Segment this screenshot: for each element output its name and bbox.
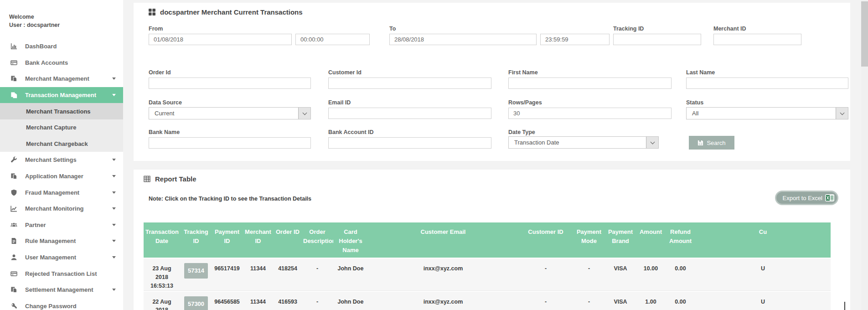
tracking-id-button[interactable]: 57300 <box>184 296 208 310</box>
column-header: Payment Brand <box>605 222 636 258</box>
sidebar-item-label: User Management <box>25 254 112 261</box>
user-icon <box>10 254 18 261</box>
column-header: Cu <box>695 222 831 258</box>
column-header: Payment Mode <box>573 222 605 258</box>
sidebar-item-label: Merchant Chargeback <box>26 140 116 147</box>
sidebar-item-bank-accounts[interactable]: Bank Accounts <box>0 55 123 71</box>
page-title: docspartner Merchant Current Transaction… <box>149 8 303 16</box>
tracking-id-button[interactable]: 57314 <box>184 263 208 279</box>
sidebar-item-label: Merchant Settings <box>25 156 112 163</box>
sidebar-item-merchant-management[interactable]: Merchant Management <box>0 71 123 87</box>
table-cell: 96517419 <box>212 258 242 290</box>
search-button-label: Search <box>707 140 725 146</box>
order-id-input[interactable] <box>149 78 311 89</box>
table-cell: - <box>301 291 333 310</box>
table-cell: 418254 <box>274 258 301 290</box>
scrollbar-thumb[interactable] <box>861 1 868 67</box>
from-date-input[interactable] <box>149 34 292 45</box>
sidebar-item-merchant-transactions[interactable]: Merchant Transactions <box>0 103 123 119</box>
sidebar-item-transaction-management[interactable]: Transaction Management <box>0 87 123 103</box>
table-cell: 10.00 <box>636 258 666 290</box>
chevron-down-icon <box>112 78 116 80</box>
sidebar-menu: DashBoardBank AccountsMerchant Managemen… <box>0 38 123 310</box>
chevron-down-icon <box>298 108 310 119</box>
data-source-select[interactable]: Current <box>149 107 311 119</box>
sidebar-item-label: Merchant Management <box>25 75 112 82</box>
sidebar-item-label: Transaction Management <box>25 92 112 98</box>
sidebar-item-change-password[interactable]: Change Password <box>0 298 123 310</box>
table-cell: 23 Aug 2018 16:53:13 <box>144 258 180 290</box>
sidebar-item-settlement-management[interactable]: Settlement Management <box>0 282 123 298</box>
table-cell: VISA <box>605 258 636 290</box>
first-name-input[interactable] <box>508 78 672 89</box>
search-button[interactable]: Search <box>689 136 734 150</box>
welcome-user: User : docspartner <box>9 21 60 29</box>
tracking-id-input[interactable] <box>613 34 701 45</box>
scrollbar-track[interactable] <box>861 0 868 310</box>
grid-icon <box>149 9 155 16</box>
table-cell: 0.00 <box>666 258 695 290</box>
to-label: To <box>389 26 396 32</box>
table-row: 23 Aug 2018 16:53:1357314965174191134441… <box>144 258 831 290</box>
save-icon <box>698 140 703 146</box>
bank-account-id-input[interactable] <box>328 137 491 149</box>
status-select[interactable]: All <box>686 107 848 119</box>
email-id-input[interactable] <box>328 108 491 119</box>
sidebar-item-label: Change Password <box>25 303 116 310</box>
customer-id-input[interactable] <box>328 78 491 89</box>
chevron-down-icon <box>112 191 116 194</box>
sidebar-item-merchant-monitoring[interactable]: Merchant Monitoring <box>0 201 123 217</box>
chevron-down-icon <box>112 207 116 210</box>
sidebar-item-merchant-capture[interactable]: Merchant Capture <box>0 119 123 136</box>
column-header: Order Description <box>301 222 333 258</box>
sidebar-item-merchant-chargeback[interactable]: Merchant Chargeback <box>0 136 123 152</box>
export-to-excel-button[interactable]: Export to Excel <box>775 191 838 205</box>
copy-icon <box>10 75 18 83</box>
date-type-select[interactable]: Transaction Date <box>508 136 659 149</box>
sidebar-item-label: DashBoard <box>25 43 116 50</box>
table-cell: John Doe <box>333 291 368 310</box>
table-cell: U <box>695 258 831 290</box>
copy-icon <box>10 92 18 99</box>
sidebar-item-application-manager[interactable]: Application Manager <box>0 168 123 185</box>
table-cell: - <box>301 258 333 290</box>
last-name-label: Last Name <box>686 69 715 76</box>
sidebar-item-label: Merchant Monitoring <box>25 205 112 212</box>
bank-name-input[interactable] <box>149 137 311 149</box>
from-time-input[interactable] <box>295 34 370 45</box>
sidebar-item-label: Fraud Management <box>25 189 112 196</box>
sidebar-item-merchant-settings[interactable]: Merchant Settings <box>0 152 123 168</box>
sidebar-item-label: Rule Management <box>25 238 112 244</box>
chevron-down-icon <box>112 240 116 242</box>
sidebar-item-rejected-transaction-list[interactable]: Rejected Transaction List <box>0 265 123 282</box>
rows-pages-input[interactable] <box>508 108 672 119</box>
order-id-label: Order Id <box>149 69 171 76</box>
sidebar-item-dashboard[interactable]: DashBoard <box>0 38 123 55</box>
chevron-down-icon <box>646 137 658 148</box>
column-header: Merchant ID <box>242 222 274 258</box>
sidebar-item-user-management[interactable]: User Management <box>0 249 123 266</box>
sidebar-item-partner[interactable]: Partner <box>0 217 123 233</box>
key-icon <box>10 302 18 310</box>
table-cell: - <box>518 258 573 290</box>
first-name-label: First Name <box>508 69 538 76</box>
merchant-id-input[interactable] <box>713 34 801 45</box>
report-title-text: Report Table <box>155 175 196 183</box>
from-label: From <box>149 26 163 32</box>
bar-chart-icon <box>10 43 18 50</box>
to-date-input[interactable] <box>389 34 537 45</box>
rows-pages-label: Rows/Pages <box>508 99 542 106</box>
status-value: All <box>687 110 836 117</box>
to-time-input[interactable] <box>540 34 610 45</box>
sidebar-item-rule-management[interactable]: Rule Management <box>0 233 123 249</box>
chevron-down-icon <box>112 159 116 161</box>
table-header-row: Transaction DateTracking IDPayment IDMer… <box>144 222 831 258</box>
last-name-input[interactable] <box>686 78 848 89</box>
sidebar-item-fraud-management[interactable]: Fraud Management <box>0 184 123 201</box>
scroll-down-icon[interactable] <box>844 302 851 308</box>
chevron-down-icon <box>112 94 116 96</box>
sidebar-item-label: Merchant Capture <box>26 124 116 131</box>
table-cell: 11344 <box>242 258 274 290</box>
column-header: Card Holder's Name <box>333 222 368 258</box>
tracking-id-label: Tracking ID <box>613 26 644 32</box>
